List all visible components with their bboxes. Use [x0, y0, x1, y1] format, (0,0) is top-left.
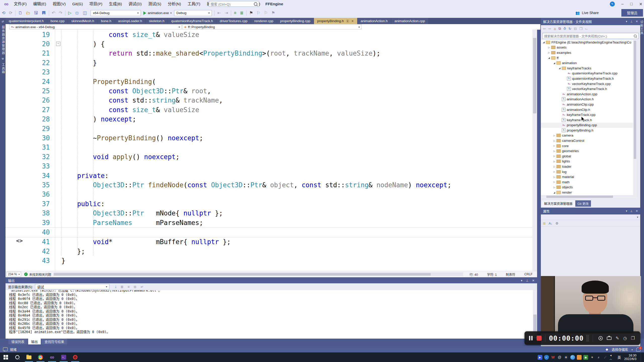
bottom-tab-输出[interactable]: 输出	[28, 339, 41, 344]
jump-to-message-icon[interactable]: ⤓	[113, 285, 118, 289]
ime-language-indicator[interactable]: 英	[616, 355, 623, 360]
editor-horizontal-scrollbar[interactable]	[53, 273, 463, 276]
type-scope-dropdown[interactable]: ◈ ff::PropertyBinding ▾	[182, 24, 361, 29]
close-button[interactable]: ✕	[639, 2, 642, 7]
show-desktop-button[interactable]	[641, 352, 642, 362]
attach-icon[interactable]: ◫	[81, 8, 89, 18]
document-tab[interactable]: assimpLoader.h	[115, 18, 145, 24]
code-line[interactable]: 27 const size_t& valueSize	[6, 105, 537, 114]
collapsed-arrow-icon[interactable]: ▷	[548, 51, 550, 54]
bookmark-prev-icon[interactable]: ⚐	[255, 8, 262, 18]
code-line[interactable]: 19 const size_t& valueSize	[6, 30, 537, 39]
usb-tray-icon[interactable]: ⎈	[590, 355, 595, 360]
schedule-clock-icon[interactable]: ◷	[623, 336, 627, 341]
tree-item[interactable]: ▷log	[541, 169, 637, 174]
tree-item[interactable]: ◢ff	[541, 55, 637, 61]
tree-item[interactable]: ▷cameraControl	[541, 138, 637, 143]
tree-item[interactable]: hvectorKeyframeTrack.h	[541, 86, 637, 92]
mail-tray-icon[interactable]: @	[557, 355, 562, 360]
undo-icon[interactable]: ↶	[50, 8, 57, 18]
clear-output-icon[interactable]: ⊜	[132, 285, 139, 289]
tree-item[interactable]: ◢render	[541, 190, 637, 195]
back-icon[interactable]: ⇦	[543, 27, 546, 31]
collapsed-arrow-icon[interactable]: ▷	[553, 145, 556, 147]
collapsed-arrow-icon[interactable]: ▷	[553, 170, 556, 173]
pending-changes-filter-icon[interactable]: ⌙	[585, 27, 588, 31]
code-editor[interactable]: 19 const size_t& valueSize20 ) {21 retur…	[6, 29, 537, 271]
solution-config-dropdown[interactable]: x64-Debug▾	[91, 10, 141, 16]
minimize-button[interactable]: –	[621, 2, 624, 6]
collapsed-arrow-icon[interactable]: ▷	[548, 46, 550, 49]
menu-item[interactable]: 文件(F)	[11, 0, 30, 8]
tree-item[interactable]: ◢FFEngine (E:\teaching\RenderingEngineTe…	[541, 40, 637, 45]
document-tab[interactable]: propertyBinding.h⦿✕	[314, 18, 357, 24]
code-line[interactable]: 28 ) noexcept;	[6, 115, 537, 124]
refresh-icon[interactable]: ⥀	[564, 27, 566, 31]
menu-item[interactable]: 编辑(E)	[30, 0, 50, 8]
code-line[interactable]: 32 void apply() noexcept;	[6, 152, 537, 161]
uncomment-icon[interactable]: ≣	[238, 8, 245, 18]
code-line[interactable]: 39 ParseNames mParseNames;	[6, 218, 537, 227]
alphabetical-icon[interactable]: A↓	[549, 221, 552, 225]
home-icon[interactable]: ⌂	[554, 27, 556, 31]
comment-icon[interactable]: ≡	[232, 8, 238, 18]
save-icon[interactable]: 🖫	[32, 8, 40, 18]
code-line[interactable]: 34 private:	[6, 171, 537, 180]
code-line[interactable]: 38 Object3D::Ptr mNode{ nullptr };	[6, 208, 537, 218]
tree-item[interactable]: +₊quaternionKeyframeTrack.cpp	[541, 71, 637, 76]
pin-icon[interactable]: ⊥	[630, 20, 633, 23]
feedback-bubble-icon[interactable]	[3, 347, 8, 351]
feedback-icon[interactable]: ✎	[610, 2, 615, 7]
tree-item[interactable]: ▷material	[541, 174, 637, 179]
window-position-icon[interactable]: ▾	[626, 20, 627, 23]
code-line[interactable]: 42 };	[6, 247, 537, 256]
document-tab[interactable]: animationAction.cpp	[391, 18, 428, 24]
bookmark-clear-icon[interactable]: ⚑	[270, 8, 277, 18]
bottom-tab-错误列表[interactable]: 错误列表	[8, 339, 27, 344]
live-unit-icon[interactable]: 🗆	[73, 8, 81, 18]
menu-item[interactable]: 生成(B)	[106, 0, 125, 8]
menu-item[interactable]: 项目(P)	[86, 0, 106, 8]
code-line[interactable]: 29	[6, 124, 537, 133]
diagnostic-tools-vertical-tab[interactable]: 诊断工具	[640, 20, 644, 35]
tree-item[interactable]: hquaternionKeyframeTrack.h	[541, 76, 637, 81]
collapsed-arrow-icon[interactable]: ▷	[553, 150, 556, 152]
code-line[interactable]: 36	[6, 190, 537, 199]
tree-vertical-scrollbar[interactable]	[633, 40, 637, 195]
collapsed-arrow-icon[interactable]: ▷	[553, 155, 556, 157]
tree-item[interactable]: ◢animation	[541, 60, 637, 66]
taskbar-search-button[interactable]	[12, 352, 23, 362]
record-region-icon[interactable]	[598, 336, 603, 340]
wifi-tray-icon[interactable]: ☄	[603, 355, 608, 360]
code-line[interactable]: 31	[6, 143, 537, 152]
explorer-tab-Git 更改[interactable]: Git 更改	[575, 200, 591, 207]
tree-item[interactable]: +₊animationAction.cpp	[541, 92, 637, 97]
tree-item[interactable]: +₊propertyBinding.cpp	[541, 123, 637, 128]
document-tab[interactable]: renderer.cpp	[251, 18, 277, 24]
explorer-tab-解决方案资源管理器[interactable]: 解决方案资源管理器	[542, 200, 575, 207]
menu-item[interactable]: 分析(N)	[165, 0, 184, 8]
code-line[interactable]: 30 ~PropertyBinding() noexcept;	[6, 133, 537, 143]
tree-item[interactable]: ▷assets	[541, 45, 637, 50]
bottom-tab-查找符号结果[interactable]: 查找符号结果	[42, 339, 67, 344]
screenshot-camera-icon[interactable]	[607, 337, 612, 340]
sync-with-active-doc-icon[interactable]: ❐	[579, 27, 583, 31]
collapsed-arrow-icon[interactable]: ▷	[553, 134, 556, 137]
scrollbar-thumb[interactable]	[533, 38, 536, 113]
document-tab[interactable]: quaternionInterpolant.h	[6, 18, 47, 24]
code-line[interactable]: 37 public:	[6, 199, 537, 208]
potplayer-tray-icon[interactable]: ▶	[538, 355, 542, 360]
menu-item[interactable]: 测试(S)	[145, 0, 165, 8]
code-line[interactable]: 24 PropertyBinding(	[6, 77, 537, 86]
tree-item[interactable]: ▷global	[541, 154, 637, 159]
notifications-bell-icon[interactable]: 1	[636, 347, 640, 351]
terminal-taskbar-icon[interactable]: >_	[58, 352, 69, 362]
tree-item[interactable]: ▷loader	[541, 164, 637, 169]
pin-icon[interactable]: ⊥	[526, 279, 528, 282]
expanded-arrow-icon[interactable]: ◢	[548, 57, 550, 59]
collapse-all-icon[interactable]: ⊟	[574, 27, 577, 31]
expanded-arrow-icon[interactable]: ◢	[553, 62, 556, 64]
code-line[interactable]: 26 const std::string& trackName,	[6, 96, 537, 105]
close-panel-icon[interactable]: ✕	[636, 209, 638, 213]
code-line[interactable]: 23	[6, 68, 537, 77]
